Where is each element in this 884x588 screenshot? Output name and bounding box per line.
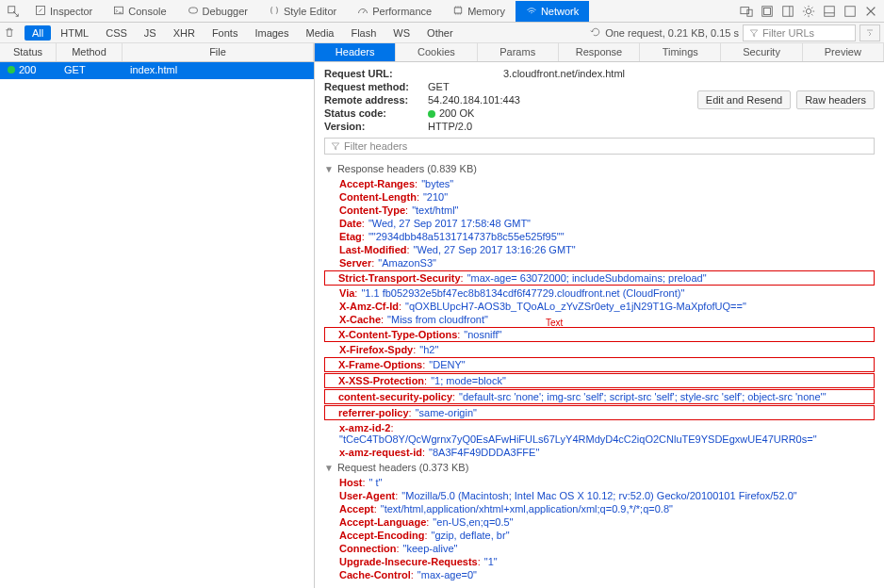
header-value: "en-US,en;q=0.5" bbox=[433, 516, 513, 528]
request-stats: One request, 0.21 KB, 0.15 s bbox=[605, 27, 739, 39]
header-value: "text/html,application/xhtml+xml,applica… bbox=[381, 503, 673, 514]
detail-tab-params[interactable]: Params bbox=[478, 43, 559, 61]
header-name: X-Content-Type-Options bbox=[338, 329, 457, 340]
filter-media[interactable]: Media bbox=[298, 25, 341, 41]
memory-icon bbox=[452, 5, 464, 18]
header-name: x-amz-id-2 bbox=[339, 422, 390, 433]
header-value: "text/html" bbox=[412, 204, 458, 216]
header-name: Accept-Ranges bbox=[339, 178, 415, 189]
tab-inspector[interactable]: Inspector bbox=[25, 1, 103, 22]
filter-headers-input[interactable]: Filter headers bbox=[324, 138, 875, 155]
request-headers-toggle[interactable]: ▼Request headers (0.373 KB) bbox=[324, 459, 875, 476]
header-row: Last-Modified: "Wed, 27 Sep 2017 13:16:2… bbox=[324, 243, 875, 256]
settings-icon[interactable] bbox=[799, 2, 818, 21]
iframe-icon[interactable] bbox=[758, 2, 777, 21]
header-row: Accept-Encoding: "gzip, deflate, br" bbox=[324, 529, 875, 542]
header-value: "same-origin" bbox=[416, 407, 477, 418]
col-method[interactable]: Method bbox=[57, 43, 123, 61]
header-value: "1; mode=block" bbox=[431, 375, 506, 386]
remote-address-label: Remote address: bbox=[324, 94, 428, 106]
request-row[interactable]: 200 GET index.html bbox=[0, 62, 314, 79]
header-value: "max-age=0" bbox=[417, 569, 477, 580]
header-value: "Miss from cloudfront" bbox=[387, 314, 488, 325]
status-code-label: Status code: bbox=[324, 107, 428, 119]
chevron-down-icon: ▼ bbox=[324, 164, 334, 174]
header-row: Accept: "text/html,application/xhtml+xml… bbox=[324, 502, 875, 515]
header-value: "h2" bbox=[419, 344, 438, 355]
filter-images[interactable]: Images bbox=[247, 25, 296, 41]
header-value: "1.1 fb052932e5bf47ec8b8134cdf6f47729.cl… bbox=[361, 287, 684, 299]
svg-rect-9 bbox=[783, 6, 794, 16]
trash-icon[interactable] bbox=[4, 26, 21, 40]
tab-memory[interactable]: Memory bbox=[442, 1, 516, 22]
throttle-dropdown[interactable] bbox=[859, 24, 880, 41]
filter-flash[interactable]: Flash bbox=[343, 25, 384, 41]
reload-icon[interactable] bbox=[590, 26, 601, 40]
detail-tab-timings[interactable]: Timings bbox=[640, 43, 721, 61]
header-value: "bytes" bbox=[421, 178, 453, 189]
svg-rect-4 bbox=[454, 8, 462, 13]
header-name: Last-Modified bbox=[339, 244, 407, 255]
filter-js[interactable]: JS bbox=[137, 25, 164, 41]
header-row: Via: "1.1 fb052932e5bf47ec8b8134cdf6f477… bbox=[324, 286, 875, 300]
close-icon[interactable] bbox=[861, 2, 880, 21]
header-name: Accept-Language bbox=[339, 516, 426, 528]
filter-row: AllHTMLCSSJSXHRFontsImagesMediaFlashWSOt… bbox=[0, 23, 884, 43]
pick-element-icon[interactable] bbox=[4, 2, 23, 21]
detail-tab-response[interactable]: Response bbox=[559, 43, 640, 61]
response-headers-toggle[interactable]: ▼Response headers (0.839 KB) bbox=[324, 160, 875, 177]
header-name: X-Firefox-Spdy bbox=[339, 344, 413, 355]
dock-side-icon[interactable] bbox=[820, 2, 839, 21]
tab-debugger[interactable]: Debugger bbox=[177, 1, 258, 22]
filter-ws[interactable]: WS bbox=[385, 25, 417, 41]
header-row: X-Frame-Options: "DENY" bbox=[324, 357, 875, 372]
header-row: Strict-Transport-Security: "max-age= 630… bbox=[324, 270, 875, 286]
request-method-label: Request method: bbox=[324, 81, 428, 92]
network-icon bbox=[526, 5, 537, 18]
svg-rect-6 bbox=[747, 9, 752, 16]
filter-fonts[interactable]: Fonts bbox=[205, 25, 246, 41]
tab-console[interactable]: Console bbox=[103, 1, 176, 22]
tab-performance[interactable]: Performance bbox=[347, 1, 442, 22]
detail-tab-security[interactable]: Security bbox=[721, 43, 802, 61]
responsive-icon[interactable] bbox=[737, 2, 756, 21]
header-name: X-Frame-Options bbox=[338, 359, 422, 370]
style-icon bbox=[269, 5, 280, 18]
col-file[interactable]: File bbox=[123, 43, 314, 61]
header-name: X-XSS-Protection bbox=[338, 375, 424, 386]
header-row: x-amz-request-id: "8A3F4F49DDDA3FFE" bbox=[324, 446, 875, 459]
detail-tab-preview[interactable]: Preview bbox=[803, 43, 884, 61]
request-url-label: Request URL: bbox=[324, 68, 428, 79]
edit-resend-button[interactable]: Edit and Resend bbox=[697, 90, 791, 109]
header-name: User-Agent bbox=[339, 490, 395, 501]
filter-all[interactable]: All bbox=[25, 25, 51, 41]
tab-network[interactable]: Network bbox=[516, 1, 589, 22]
svg-rect-3 bbox=[188, 8, 197, 13]
version-value: HTTP/2.0 bbox=[428, 121, 472, 132]
inspector-icon bbox=[35, 5, 46, 18]
dock-icon[interactable] bbox=[778, 2, 797, 21]
header-row: X-Amz-Cf-Id: "qOXBLUpcH7-AOS3b_TQoALo_zY… bbox=[324, 300, 875, 313]
remote-address-value: 54.240.184.101:443 bbox=[428, 94, 520, 106]
header-name: Date bbox=[339, 218, 362, 229]
filter-css[interactable]: CSS bbox=[98, 25, 135, 41]
request-url-value: 3.cloudfront.net/index.html bbox=[503, 68, 625, 79]
header-row: Content-Length: "210" bbox=[324, 190, 875, 204]
svg-rect-8 bbox=[764, 8, 771, 14]
version-label: Version: bbox=[324, 121, 428, 132]
header-row: Host: " t" bbox=[324, 476, 875, 489]
separate-window-icon[interactable] bbox=[841, 2, 859, 21]
detail-tab-cookies[interactable]: Cookies bbox=[396, 43, 477, 61]
filter-other[interactable]: Other bbox=[419, 25, 461, 41]
header-value: "DENY" bbox=[429, 359, 465, 370]
filter-xhr[interactable]: XHR bbox=[166, 25, 203, 41]
raw-headers-button[interactable]: Raw headers bbox=[796, 90, 875, 109]
url-filter-input[interactable]: Filter URLs bbox=[743, 24, 856, 41]
header-name: Upgrade-Insecure-Requests bbox=[339, 556, 478, 567]
header-name: Content-Length bbox=[339, 191, 417, 203]
header-value: "Mozilla/5.0 (Macintosh; Intel Mac OS X … bbox=[401, 490, 796, 501]
filter-html[interactable]: HTML bbox=[53, 25, 96, 41]
tab-styleeditor[interactable]: Style Editor bbox=[258, 1, 347, 22]
col-status[interactable]: Status bbox=[0, 43, 57, 61]
detail-tab-headers[interactable]: Headers bbox=[315, 43, 396, 61]
